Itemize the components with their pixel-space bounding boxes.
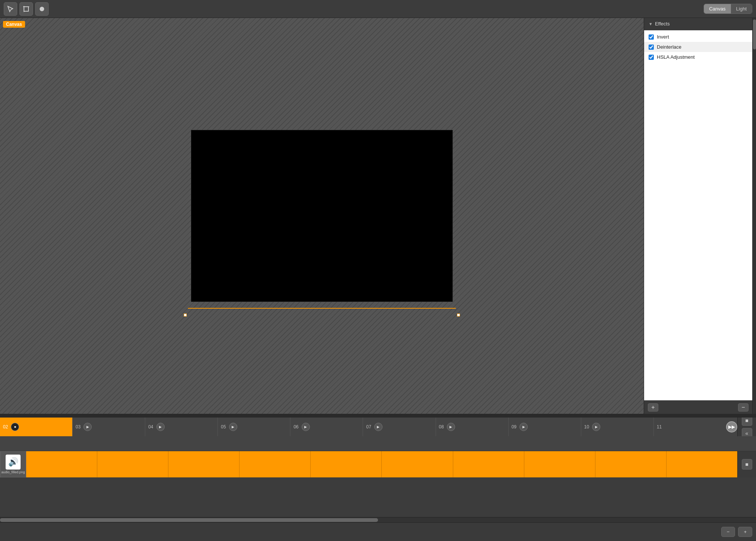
ruler-segment-09: 09 ▶ — [509, 418, 581, 436]
canvas-label: Canvas — [3, 21, 25, 28]
crop-tool-button[interactable] — [19, 2, 33, 16]
canvas-selection-wrapper — [191, 130, 453, 302]
canvas-light-toggle: Canvas Light — [704, 4, 752, 14]
effects-item-invert[interactable]: Invert — [644, 32, 752, 42]
ruler-segment-04: 04 ▶ — [145, 418, 218, 436]
timeline-audio-track: 🔊 audio_filled.png — [0, 451, 756, 477]
light-toggle-button[interactable]: Light — [731, 4, 752, 13]
orange-segment-1 — [26, 451, 97, 477]
effects-list: Invert Deinterlace HSLA Adjustment — [644, 30, 752, 400]
timeline-stop-button[interactable]: ■ — [742, 418, 752, 426]
effects-title: Effects — [655, 21, 670, 27]
effects-remove-button[interactable]: − — [738, 403, 749, 412]
orange-segment-8 — [524, 451, 595, 477]
orange-segment-9 — [595, 451, 667, 477]
canvas-preview: Canvas — [0, 18, 644, 414]
ruler-time-03: 03 — [76, 424, 80, 430]
timeline-scrollbar-thumb — [0, 518, 378, 522]
audio-filename: audio_filled.png — [1, 470, 25, 474]
separator — [0, 414, 756, 418]
ruler-segment-05: 05 ▶ — [218, 418, 290, 436]
play-button-03[interactable]: ▶ — [83, 423, 92, 431]
canvas-black-rect — [191, 130, 453, 302]
ruler-time-09: 09 — [512, 424, 516, 430]
play-button-07[interactable]: ▶ — [374, 423, 382, 431]
play-button-09[interactable]: ▶ — [519, 423, 528, 431]
orange-segment-5 — [311, 451, 382, 477]
effects-checkbox-deinterlace[interactable] — [649, 45, 654, 50]
canvas-toggle-button[interactable]: Canvas — [704, 4, 731, 13]
fast-forward-button[interactable]: ▶▶ — [726, 421, 737, 433]
top-toolbar: Canvas Light — [0, 0, 756, 18]
timeline-area: 02 ■ 03 ▶ 04 ▶ 05 ▶ — [0, 418, 756, 522]
record-tool-button[interactable] — [35, 2, 49, 16]
play-button-10[interactable]: ▶ — [592, 423, 600, 431]
ruler-time-04: 04 — [148, 424, 153, 430]
play-button-06[interactable]: ▶ — [302, 423, 310, 431]
audio-clip-thumbnail[interactable]: 🔊 audio_filled.png — [0, 451, 26, 477]
ruler-time-07: 07 — [366, 424, 371, 430]
ruler-segment-10: 10 ▶ — [581, 418, 654, 436]
orange-segment-4 — [240, 451, 311, 477]
ruler-time-08: 08 — [439, 424, 444, 430]
effects-checkbox-hsla[interactable] — [649, 55, 654, 60]
effects-header: ▼ Effects — [644, 18, 752, 30]
play-button-04[interactable]: ▶ — [156, 423, 165, 431]
play-button-05[interactable]: ▶ — [229, 423, 237, 431]
ruler-time-11: 11 — [657, 424, 662, 430]
svg-point-3 — [40, 7, 44, 11]
effects-item-deinterlace[interactable]: Deinterlace — [644, 42, 752, 52]
timeline-ruler: 02 ■ 03 ▶ 04 ▶ 05 ▶ — [0, 418, 756, 436]
right-panel: ▼ Effects Invert Deinterlace HSLA Adjust… — [644, 18, 752, 414]
orange-segment-7 — [453, 451, 524, 477]
track-right-controls: ■ — [737, 451, 756, 477]
timeline-tracks: 🔊 audio_filled.png — [0, 436, 756, 517]
orange-segment-3 — [168, 451, 240, 477]
effects-label-invert: Invert — [657, 34, 669, 40]
ruler-time-10: 10 — [584, 424, 589, 430]
ruler-segment-07: 07 ▶ — [363, 418, 436, 436]
bottom-footer: − + — [0, 522, 756, 541]
ruler-time-06: 06 — [293, 424, 298, 430]
scrollbar-thumb — [753, 19, 756, 49]
timeline-ruler-track: 02 ■ 03 ▶ 04 ▶ 05 ▶ — [0, 418, 726, 436]
right-panel-scrollbar[interactable] — [752, 18, 756, 414]
handle-bottom-left[interactable] — [184, 314, 187, 317]
svg-rect-0 — [24, 7, 28, 11]
ruler-segment-06: 06 ▶ — [290, 418, 363, 436]
transform-tool-button[interactable] — [4, 2, 17, 16]
handle-bottom-right[interactable] — [457, 314, 460, 317]
ruler-segment-08: 08 ▶ — [436, 418, 509, 436]
timeline-scrollbar[interactable] — [0, 517, 756, 522]
orange-clip-bar[interactable] — [26, 451, 737, 477]
ruler-segment-11: 11 — [654, 418, 726, 436]
effects-item-hsla[interactable]: HSLA Adjustment — [644, 52, 752, 62]
ruler-time-05: 05 — [221, 424, 226, 430]
effects-label-hsla: HSLA Adjustment — [657, 54, 695, 60]
timeline-right-controls: ■ « — [737, 418, 756, 436]
orange-segment-2 — [97, 451, 168, 477]
timeline-collapse-button[interactable]: « — [742, 428, 752, 436]
bottom-minus-button[interactable]: − — [721, 527, 735, 537]
effects-label-deinterlace: Deinterlace — [657, 44, 682, 50]
canvas-selection-box — [188, 308, 456, 309]
play-button-02[interactable]: ■ — [11, 423, 19, 431]
main-area: Canvas ▼ Effects Invert Deinterlace — [0, 18, 756, 414]
effects-checkbox-invert[interactable] — [649, 34, 654, 40]
timeline-empty-track — [0, 436, 756, 451]
effects-footer: + − — [644, 401, 752, 414]
orange-segment-6 — [382, 451, 453, 477]
track-stop-button[interactable]: ■ — [742, 459, 752, 470]
ruler-time-02: 02 — [3, 424, 8, 430]
effects-collapse-icon[interactable]: ▼ — [649, 22, 653, 26]
orange-segment-10 — [667, 451, 737, 477]
timeline-track-content: 🔊 audio_filled.png — [0, 436, 756, 517]
bottom-plus-button[interactable]: + — [738, 527, 752, 537]
audio-icon: 🔊 — [6, 455, 21, 470]
ruler-segment-03: 03 ▶ — [73, 418, 145, 436]
ruler-segment-02: 02 ■ — [0, 418, 73, 436]
play-button-08[interactable]: ▶ — [447, 423, 455, 431]
effects-add-button[interactable]: + — [648, 403, 658, 412]
